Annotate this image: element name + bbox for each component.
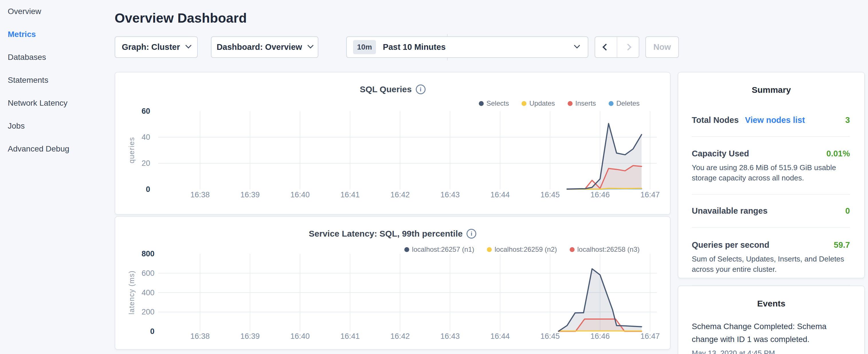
events-title: Events: [678, 299, 864, 309]
divider: [692, 227, 850, 228]
sidebar: Overview Metrics Databases Statements Ne…: [0, 0, 115, 354]
graph-scope-label: Graph: Cluster: [122, 42, 180, 52]
chevron-down-icon: [574, 42, 580, 49]
service-latency-chart[interactable]: 16:3816:3916:4016:4116:4216:4316:4416:45…: [115, 217, 671, 350]
svg-text:20: 20: [142, 159, 150, 167]
queries-per-second-description: Sum of Selects, Updates, Inserts, and De…: [692, 254, 850, 275]
time-range-badge: 10m: [353, 40, 376, 54]
svg-text:latency (ms): latency (ms): [127, 270, 135, 315]
svg-text:16:41: 16:41: [340, 332, 360, 341]
svg-text:16:46: 16:46: [590, 332, 610, 341]
svg-text:16:39: 16:39: [241, 332, 260, 341]
sql-queries-chart-card: SQL Queries i SelectsUpdatesInsertsDelet…: [115, 72, 671, 215]
unavailable-ranges-value: 0: [845, 206, 850, 216]
svg-text:16:38: 16:38: [190, 190, 210, 199]
graph-scope-dropdown[interactable]: Graph: Cluster: [115, 36, 198, 58]
time-range-label: Past 10 Minutes: [383, 42, 445, 52]
svg-text:16:39: 16:39: [241, 190, 260, 199]
svg-text:16:42: 16:42: [390, 190, 410, 199]
svg-text:200: 200: [142, 308, 154, 316]
time-step-buttons: [595, 36, 639, 58]
unavailable-ranges-label: Unavailable ranges: [692, 206, 767, 216]
now-button[interactable]: Now: [645, 36, 679, 58]
svg-text:600: 600: [142, 269, 154, 278]
queries-per-second-value: 59.7: [834, 240, 850, 250]
svg-text:0: 0: [146, 185, 150, 194]
event-item-text[interactable]: Schema Change Completed: Schema change w…: [692, 320, 851, 346]
svg-text:60: 60: [142, 107, 150, 116]
time-range-dropdown[interactable]: 10m Past 10 Minutes: [346, 36, 588, 58]
svg-text:16:47: 16:47: [641, 190, 660, 199]
chevron-down-icon: [185, 42, 191, 49]
svg-text:16:43: 16:43: [440, 332, 460, 341]
sidebar-item-statements[interactable]: Statements: [8, 75, 115, 98]
divider: [692, 136, 850, 137]
svg-text:16:40: 16:40: [290, 332, 310, 341]
svg-text:16:45: 16:45: [540, 332, 560, 341]
divider: [692, 194, 850, 195]
total-nodes-value: 3: [845, 116, 850, 125]
svg-text:400: 400: [142, 288, 154, 297]
chevron-down-icon: [308, 42, 313, 49]
svg-text:16:45: 16:45: [540, 190, 560, 199]
view-nodes-list-link[interactable]: View nodes list: [745, 116, 805, 125]
summary-panel: Summary Total Nodes View nodes list 3 Ca…: [678, 72, 865, 279]
controls-bar: Graph: Cluster Dashboard: Overview 10m P…: [115, 36, 688, 58]
svg-text:800: 800: [142, 250, 154, 258]
svg-text:16:41: 16:41: [340, 190, 360, 199]
svg-text:queries: queries: [127, 137, 135, 164]
capacity-used-description: You are using 28.6 MiB of 515.9 GiB usab…: [692, 162, 850, 183]
capacity-used-value: 0.01%: [827, 149, 850, 158]
summary-title: Summary: [678, 85, 864, 95]
sidebar-item-databases[interactable]: Databases: [8, 52, 115, 75]
dashboard-dropdown[interactable]: Dashboard: Overview: [211, 36, 318, 58]
sidebar-item-jobs[interactable]: Jobs: [8, 121, 115, 144]
svg-text:16:43: 16:43: [440, 190, 460, 199]
total-nodes-label: Total Nodes: [692, 116, 739, 125]
sidebar-item-advanced-debug[interactable]: Advanced Debug: [8, 144, 115, 167]
svg-text:16:47: 16:47: [641, 332, 660, 341]
dashboard-label: Dashboard: Overview: [217, 42, 302, 52]
events-panel: Events Schema Change Completed: Schema c…: [678, 286, 865, 354]
svg-text:16:38: 16:38: [190, 332, 210, 341]
svg-text:40: 40: [142, 133, 150, 141]
sidebar-item-overview[interactable]: Overview: [8, 6, 115, 29]
sql-queries-chart[interactable]: 16:3816:3916:4016:4116:4216:4316:4416:45…: [115, 72, 671, 215]
sidebar-item-network-latency[interactable]: Network Latency: [8, 98, 115, 121]
time-back-button[interactable]: [595, 37, 617, 57]
svg-text:16:42: 16:42: [390, 332, 410, 341]
page-title: Overview Dashboard: [115, 10, 247, 26]
time-forward-button[interactable]: [617, 37, 639, 57]
chevron-left-icon: [602, 43, 609, 51]
svg-text:0: 0: [150, 327, 154, 336]
service-latency-chart-card: Service Latency: SQL, 99th percentile i …: [115, 216, 671, 350]
now-button-label: Now: [653, 42, 671, 52]
svg-text:16:44: 16:44: [490, 332, 510, 341]
event-item-timestamp: May 13, 2020 at 4:45 PM: [692, 349, 851, 354]
queries-per-second-label: Queries per second: [692, 240, 769, 250]
capacity-used-label: Capacity Used: [692, 149, 749, 158]
chevron-right-icon: [624, 43, 631, 51]
svg-text:16:46: 16:46: [590, 190, 610, 199]
svg-text:16:40: 16:40: [290, 190, 310, 199]
svg-text:16:44: 16:44: [490, 190, 510, 199]
sidebar-item-metrics[interactable]: Metrics: [8, 29, 115, 52]
